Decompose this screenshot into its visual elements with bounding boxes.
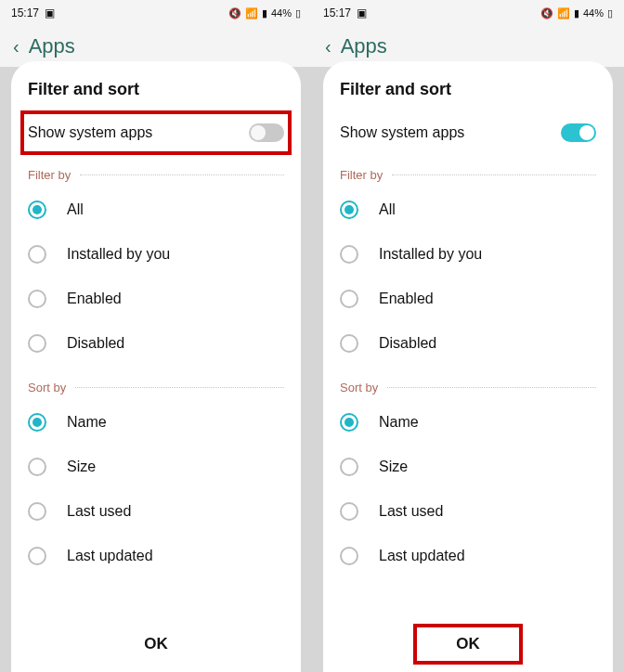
show-system-apps-row[interactable]: Show system apps (22, 112, 290, 153)
show-system-apps-toggle[interactable] (249, 123, 284, 142)
option-label: Size (67, 459, 96, 475)
sort-by-header: Sort by (340, 381, 596, 394)
battery-icon: ▯ (295, 7, 301, 19)
divider (75, 387, 284, 388)
mute-icon: 🔇 (228, 7, 241, 19)
sort-option-size[interactable]: Size (340, 445, 596, 489)
filter-option-all[interactable]: All (28, 187, 284, 232)
ok-button[interactable]: OK (415, 626, 521, 663)
ok-row: OK (28, 616, 284, 672)
mute-icon: 🔇 (540, 7, 553, 19)
toggle-label: Show system apps (340, 124, 464, 141)
signal-icon: ▮ (574, 7, 579, 19)
sort-by-label: Sort by (340, 381, 378, 394)
filter-option-installed[interactable]: Installed by you (340, 232, 596, 277)
filter-sort-sheet: Filter and sort Show system apps Filter … (11, 61, 301, 672)
screenshot-left: 15:17 ▣ 🔇 📶 ▮ 44% ▯ ‹ Apps Filter and so… (0, 0, 312, 672)
filter-option-installed[interactable]: Installed by you (28, 232, 284, 277)
radio-icon (340, 200, 358, 219)
ok-row: OK (340, 616, 596, 672)
filter-option-disabled[interactable]: Disabled (28, 321, 284, 366)
filter-option-all[interactable]: All (340, 187, 596, 232)
divider (387, 387, 596, 388)
option-label: All (67, 201, 84, 218)
option-label: Name (379, 414, 419, 431)
divider (392, 174, 596, 175)
sort-option-last-updated[interactable]: Last updated (340, 534, 596, 578)
sort-option-size[interactable]: Size (28, 445, 284, 489)
radio-icon (340, 458, 358, 476)
filter-by-header: Filter by (340, 168, 596, 182)
radio-icon (28, 334, 46, 353)
sheet-title: Filter and sort (28, 80, 284, 99)
sort-option-name[interactable]: Name (28, 400, 284, 445)
toggle-label: Show system apps (28, 124, 152, 141)
radio-icon (340, 245, 358, 264)
option-label: Last used (67, 503, 131, 520)
wifi-icon: 📶 (557, 7, 570, 19)
sort-option-last-used[interactable]: Last used (28, 489, 284, 534)
sheet-title: Filter and sort (340, 80, 596, 99)
sort-by-header: Sort by (28, 381, 284, 394)
back-icon[interactable]: ‹ (13, 36, 20, 58)
option-label: All (379, 201, 396, 218)
ok-button[interactable]: OK (103, 626, 209, 663)
sort-option-last-updated[interactable]: Last updated (28, 534, 284, 578)
sort-by-label: Sort by (28, 381, 66, 394)
option-label: Installed by you (379, 246, 482, 263)
radio-icon (340, 334, 358, 353)
option-label: Enabled (379, 291, 434, 307)
divider (80, 174, 284, 175)
radio-icon (28, 200, 46, 219)
filter-by-label: Filter by (340, 168, 383, 182)
page-title: Apps (29, 34, 75, 58)
battery-percent: 44% (271, 7, 292, 19)
option-label: Size (379, 459, 408, 475)
option-label: Installed by you (67, 246, 170, 263)
show-system-apps-row[interactable]: Show system apps (340, 112, 596, 153)
screenshot-right: 15:17 ▣ 🔇 📶 ▮ 44% ▯ ‹ Apps Filter and so… (312, 0, 624, 672)
wifi-icon: 📶 (245, 7, 258, 19)
option-label: Disabled (67, 335, 124, 352)
radio-icon (340, 502, 358, 521)
back-icon[interactable]: ‹ (325, 36, 332, 58)
option-label: Last updated (379, 548, 465, 564)
option-label: Name (67, 414, 107, 431)
radio-icon (28, 413, 46, 432)
filter-option-disabled[interactable]: Disabled (340, 321, 596, 366)
radio-icon (340, 547, 358, 565)
sort-option-last-used[interactable]: Last used (340, 489, 596, 534)
status-time: 15:17 (323, 6, 351, 19)
filter-by-header: Filter by (28, 168, 284, 182)
radio-icon (28, 290, 46, 308)
filter-option-enabled[interactable]: Enabled (340, 277, 596, 321)
radio-icon (28, 245, 46, 264)
status-time: 15:17 (11, 6, 39, 19)
option-label: Last updated (67, 548, 153, 564)
radio-icon (340, 413, 358, 432)
sort-option-name[interactable]: Name (340, 400, 596, 445)
page-title: Apps (341, 34, 387, 58)
filter-by-label: Filter by (28, 168, 71, 182)
image-icon: ▣ (45, 6, 55, 19)
option-label: Enabled (67, 291, 122, 307)
radio-icon (28, 458, 46, 476)
option-label: Disabled (379, 335, 436, 352)
option-label: Last used (379, 503, 443, 520)
filter-option-enabled[interactable]: Enabled (28, 277, 284, 321)
radio-icon (340, 290, 358, 308)
show-system-apps-toggle[interactable] (561, 123, 596, 142)
radio-icon (28, 547, 46, 565)
battery-icon: ▯ (607, 7, 613, 19)
signal-icon: ▮ (262, 7, 267, 19)
status-bar: 15:17 ▣ 🔇 📶 ▮ 44% ▯ (0, 0, 312, 26)
filter-sort-sheet: Filter and sort Show system apps Filter … (323, 61, 613, 672)
battery-percent: 44% (583, 7, 604, 19)
radio-icon (28, 502, 46, 521)
image-icon: ▣ (357, 6, 367, 19)
status-bar: 15:17 ▣ 🔇 📶 ▮ 44% ▯ (312, 0, 624, 26)
